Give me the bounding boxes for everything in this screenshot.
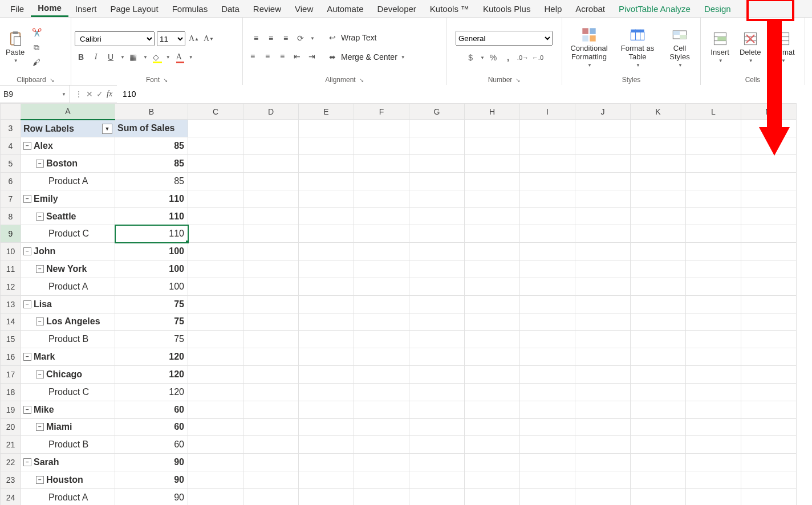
cell-A12[interactable]: Product A — [21, 278, 115, 295]
cell-J5[interactable] — [575, 155, 631, 173]
col-header-A[interactable]: A — [21, 104, 115, 120]
row-header-9[interactable]: 9 — [1, 225, 21, 243]
cell-C9[interactable] — [188, 225, 243, 243]
cell-K7[interactable] — [631, 190, 686, 207]
cell-I7[interactable] — [520, 190, 575, 207]
cell-K8[interactable] — [631, 207, 686, 225]
cell-E10[interactable] — [299, 243, 354, 260]
cell-M8[interactable] — [741, 207, 797, 225]
cell-J11[interactable] — [575, 260, 631, 278]
cell-K15[interactable] — [631, 331, 686, 348]
cell-D10[interactable] — [243, 243, 299, 260]
cell-A22[interactable]: −Sarah — [21, 454, 115, 471]
cell-H20[interactable] — [465, 418, 520, 436]
row-header-17[interactable]: 17 — [1, 366, 21, 384]
cell-B22[interactable]: 90 — [115, 454, 188, 471]
cell-I4[interactable] — [520, 137, 575, 155]
decrease-decimal-button[interactable]: ←.0 — [531, 51, 544, 64]
cell-I23[interactable] — [520, 471, 575, 489]
font-color-button[interactable]: A — [173, 51, 185, 63]
cell-L5[interactable] — [686, 155, 741, 173]
row-header-5[interactable]: 5 — [1, 155, 21, 173]
cell-F5[interactable] — [354, 155, 409, 173]
row-header-11[interactable]: 11 — [1, 260, 21, 278]
cell-L12[interactable] — [686, 278, 741, 295]
cell-E18[interactable] — [299, 383, 354, 401]
col-header-J[interactable]: J — [575, 104, 631, 120]
cell-F3[interactable] — [354, 120, 409, 137]
cell-J15[interactable] — [575, 331, 631, 348]
cell-B8[interactable]: 110 — [115, 207, 188, 225]
cell-K17[interactable] — [631, 366, 686, 384]
row-header-18[interactable]: 18 — [1, 383, 21, 401]
tab-data[interactable]: Data — [214, 1, 246, 17]
currency-button[interactable]: $ — [464, 51, 477, 64]
tab-kutools-[interactable]: Kutools ™ — [423, 1, 476, 17]
clipboard-launcher[interactable]: ↘ — [50, 77, 54, 83]
cell-L18[interactable] — [686, 383, 741, 401]
cell-E17[interactable] — [299, 366, 354, 384]
cancel-icon[interactable]: ✕ — [86, 89, 93, 99]
row-header-21[interactable]: 21 — [1, 436, 21, 454]
collapse-icon[interactable]: − — [36, 423, 44, 431]
cell-A3[interactable]: Row Labels▼ — [21, 120, 115, 137]
cell-M3[interactable] — [741, 120, 797, 137]
cell-I3[interactable] — [520, 120, 575, 137]
cell-M16[interactable] — [741, 348, 797, 366]
cell-F22[interactable] — [354, 454, 409, 471]
cell-L7[interactable] — [686, 190, 741, 207]
align-bottom-button[interactable]: ≡ — [279, 32, 292, 44]
cell-J20[interactable] — [575, 418, 631, 436]
cell-H7[interactable] — [465, 190, 520, 207]
format-as-table-button[interactable]: Format as Table▼ — [618, 26, 657, 70]
cell-G9[interactable] — [409, 225, 465, 243]
cell-M13[interactable] — [741, 295, 797, 313]
cell-I6[interactable] — [520, 172, 575, 190]
cell-M19[interactable] — [741, 401, 797, 418]
cell-J23[interactable] — [575, 471, 631, 489]
collapse-icon[interactable]: − — [36, 265, 44, 273]
cell-E23[interactable] — [299, 471, 354, 489]
cell-G20[interactable] — [409, 418, 465, 436]
cell-H13[interactable] — [465, 295, 520, 313]
cell-K9[interactable] — [631, 225, 686, 243]
cell-A23[interactable]: −Houston — [21, 471, 115, 489]
cell-B18[interactable]: 120 — [115, 383, 188, 401]
cell-D24[interactable] — [243, 488, 299, 505]
cell-L10[interactable] — [686, 243, 741, 260]
col-header-K[interactable]: K — [631, 104, 686, 120]
cell-E16[interactable] — [299, 348, 354, 366]
cell-I8[interactable] — [520, 207, 575, 225]
increase-decimal-button[interactable]: .0→ — [517, 51, 529, 64]
select-all-corner[interactable] — [1, 104, 21, 120]
cell-J24[interactable] — [575, 488, 631, 505]
cell-K23[interactable] — [631, 471, 686, 489]
cell-I11[interactable] — [520, 260, 575, 278]
cell-styles-button[interactable]: Cell Styles▼ — [663, 26, 696, 70]
row-header-20[interactable]: 20 — [1, 418, 21, 436]
col-header-H[interactable]: H — [465, 104, 520, 120]
row-header-3[interactable]: 3 — [1, 120, 21, 137]
cell-E20[interactable] — [299, 418, 354, 436]
cell-D22[interactable] — [243, 454, 299, 471]
cell-E22[interactable] — [299, 454, 354, 471]
cell-D4[interactable] — [243, 137, 299, 155]
cell-G7[interactable] — [409, 190, 465, 207]
cell-M23[interactable] — [741, 471, 797, 489]
cell-A9[interactable]: Product C — [21, 225, 115, 243]
cell-A16[interactable]: −Mark — [21, 348, 115, 366]
collapse-icon[interactable]: − — [23, 458, 31, 466]
cell-D19[interactable] — [243, 401, 299, 418]
cell-J4[interactable] — [575, 137, 631, 155]
cell-D5[interactable] — [243, 155, 299, 173]
cell-B23[interactable]: 90 — [115, 471, 188, 489]
cell-E14[interactable] — [299, 313, 354, 331]
align-left-button[interactable]: ≡ — [246, 50, 259, 63]
cell-E8[interactable] — [299, 207, 354, 225]
row-header-24[interactable]: 24 — [1, 488, 21, 505]
cell-J9[interactable] — [575, 225, 631, 243]
cell-K18[interactable] — [631, 383, 686, 401]
align-right-button[interactable]: ≡ — [276, 50, 289, 63]
tab-formulas[interactable]: Formulas — [165, 1, 215, 17]
col-header-D[interactable]: D — [243, 104, 299, 120]
